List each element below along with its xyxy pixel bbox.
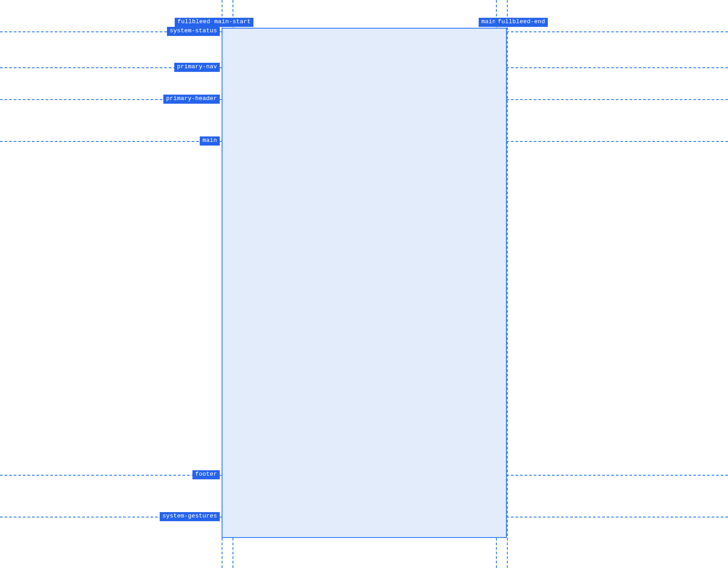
row-label-system-gestures: system-gestures	[160, 512, 220, 521]
col-line-fullbleed-end	[507, 0, 508, 568]
row-label-main: main	[200, 136, 220, 146]
grid-frame	[222, 28, 507, 538]
col-label-fullbleed-end: fullbleed-end	[495, 18, 548, 27]
row-label-primary-header: primary-header	[163, 95, 220, 104]
row-label-footer: footer	[192, 470, 220, 479]
col-label-main-start: main-start	[212, 18, 253, 27]
row-label-system-status: system-status	[167, 27, 220, 36]
row-label-primary-nav: primary-nav	[174, 63, 220, 72]
grid-diagram: fullbleed-start main-start main-end full…	[0, 0, 728, 568]
